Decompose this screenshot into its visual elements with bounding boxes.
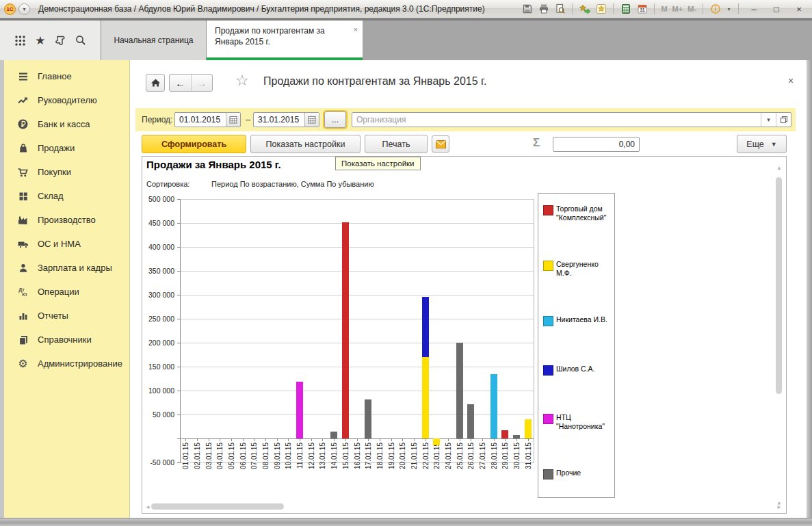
bar-segment xyxy=(501,430,508,438)
legend-swatch xyxy=(543,205,553,215)
memory-subtract-button[interactable]: M- xyxy=(687,5,696,13)
calendar-picker-icon[interactable] xyxy=(304,113,319,127)
chevron-down-icon: ▼ xyxy=(771,141,777,148)
sidebar-item-directories[interactable]: Справочники xyxy=(4,328,129,352)
calendar-icon[interactable]: 31 xyxy=(636,3,648,15)
sidebar-item-purchases[interactable]: Покупки xyxy=(4,160,129,184)
sidebar-item-main[interactable]: Главное xyxy=(4,64,129,88)
x-axis-label: 29.01.15 xyxy=(501,443,509,469)
chevron-down-icon[interactable]: ▾ xyxy=(761,113,776,127)
favorites-icon[interactable] xyxy=(595,3,607,15)
y-axis-label: 50 000 xyxy=(142,410,174,419)
gridline xyxy=(180,223,534,224)
back-button[interactable]: ← xyxy=(170,75,191,91)
sidebar-item-bank[interactable]: Банк и касса xyxy=(4,112,129,136)
sidebar-item-reports[interactable]: Отчеты xyxy=(4,304,129,328)
filter-panel: Период: 01.01.2015 – 31.01.2015 ... Орга… xyxy=(135,108,796,131)
legend-item: Прочие xyxy=(543,469,613,479)
gridline xyxy=(180,391,534,391)
factory-icon xyxy=(16,213,29,226)
sidebar-item-fixed-assets[interactable]: ОС и НМА xyxy=(4,232,129,256)
books-icon xyxy=(16,333,29,346)
favorites-star-icon[interactable]: ★ xyxy=(34,34,47,47)
save-icon[interactable] xyxy=(521,3,533,15)
close-button[interactable]: × xyxy=(790,3,808,15)
home-button[interactable] xyxy=(146,74,165,92)
y-axis-label: 400 000 xyxy=(142,243,174,251)
sidebar-item-payroll[interactable]: Зарплата и кадры xyxy=(4,256,129,280)
sidebar-item-production[interactable]: Производство xyxy=(4,208,129,232)
settings-tooltip: Показать настройки xyxy=(335,157,421,170)
sidebar-item-administration[interactable]: ⚙ Администрирование xyxy=(4,352,129,376)
titlebar-separator xyxy=(613,3,614,14)
horizontal-scroll-thumb[interactable] xyxy=(151,503,284,510)
system-menu-button[interactable]: ▾ xyxy=(18,3,30,15)
sidebar-item-manager[interactable]: Руководителю xyxy=(4,88,129,112)
legend-label: Никитаева И.В. xyxy=(556,315,607,324)
memory-recall-button[interactable]: M xyxy=(661,5,667,13)
x-axis-label: 04.01.15 xyxy=(216,443,224,469)
show-settings-button[interactable]: Показать настройки xyxy=(250,135,361,153)
menu-grid-icon[interactable] xyxy=(13,34,27,47)
bar-segment xyxy=(456,343,463,438)
legend-label: НТЦ "Нанотроника" xyxy=(556,413,613,431)
y-axis-line xyxy=(180,199,181,463)
print-preview-icon[interactable] xyxy=(554,3,566,15)
trend-icon xyxy=(16,94,29,107)
maximize-button[interactable]: □ xyxy=(768,3,785,15)
scroll-up-icon[interactable]: ▲ xyxy=(776,165,782,171)
period-options-button[interactable]: ... xyxy=(324,111,346,128)
tab-home[interactable]: Начальная страница xyxy=(101,21,207,60)
print-icon[interactable] xyxy=(538,3,549,15)
scroll-right-icon[interactable]: ► xyxy=(776,504,782,510)
legend-item: Торговый дом "Комплексный" xyxy=(543,205,613,222)
mail-button[interactable] xyxy=(432,135,449,153)
report-viewport: Продажи за Январь 2015 г. Сортировка: Пе… xyxy=(142,156,787,514)
sum-field[interactable]: 0,00 xyxy=(553,137,640,152)
history-icon[interactable] xyxy=(53,34,67,47)
titlebar-separator xyxy=(703,3,703,14)
favorite-star-icon[interactable]: ☆ xyxy=(235,72,249,90)
tab-close-icon[interactable]: × xyxy=(354,24,358,35)
gridline xyxy=(180,319,534,319)
x-axis-label: 18.01.15 xyxy=(376,443,384,469)
titlebar-separator xyxy=(572,3,573,14)
minimize-button[interactable]: – xyxy=(745,3,763,15)
period-to-field[interactable]: 31.01.2015 xyxy=(253,112,319,127)
truck-icon xyxy=(16,237,29,250)
forward-button[interactable]: → xyxy=(191,75,212,91)
add-favorite-icon[interactable] xyxy=(579,3,590,15)
app-window: 1С ▾ Демонстрационная база / Абдулов Юри… xyxy=(0,0,812,526)
calculator-icon[interactable] xyxy=(620,3,631,15)
legend-item: Свергуненко М.Ф. xyxy=(543,260,613,278)
info-dropdown-icon[interactable]: ▾ xyxy=(726,3,732,15)
sidebar-item-operations[interactable]: ДтКт Операции xyxy=(4,280,129,304)
page-close-icon[interactable]: × xyxy=(788,75,794,86)
bar-segment xyxy=(422,357,429,438)
x-axis-label: 28.01.15 xyxy=(490,443,498,469)
print-button[interactable]: Печать xyxy=(365,135,428,153)
x-axis-label: 03.01.15 xyxy=(205,443,213,469)
gridline xyxy=(180,367,534,367)
generate-button[interactable]: Сформировать xyxy=(142,135,246,153)
sidebar-item-warehouse[interactable]: Склад xyxy=(4,184,129,208)
search-icon[interactable] xyxy=(74,34,88,47)
vertical-scroll-thumb[interactable] xyxy=(776,177,782,394)
info-icon[interactable] xyxy=(709,3,721,15)
organization-field[interactable]: Организация ▾ xyxy=(352,112,791,127)
y-axis-label: 100 000 xyxy=(142,386,174,395)
x-axis-label: 19.01.15 xyxy=(388,443,395,469)
more-button[interactable]: Еще ▼ xyxy=(737,135,787,153)
scroll-left-icon[interactable]: ◄ xyxy=(145,504,150,510)
x-axis-label: 23.01.15 xyxy=(433,443,441,469)
memory-add-button[interactable]: M+ xyxy=(672,5,683,13)
x-axis-label: 09.01.15 xyxy=(274,443,281,469)
tab-sales-report[interactable]: Продажи по контрагентам за Январь 2015 г… xyxy=(207,21,363,60)
open-form-icon[interactable] xyxy=(776,113,791,127)
calendar-picker-icon[interactable] xyxy=(226,113,240,127)
x-axis-label: 11.01.15 xyxy=(296,443,304,469)
cart-icon xyxy=(16,166,29,179)
period-from-field[interactable]: 01.01.2015 xyxy=(174,112,241,127)
sidebar-item-sales[interactable]: Продажи xyxy=(4,136,129,160)
titlebar: 1С ▾ Демонстрационная база / Абдулов Юри… xyxy=(0,0,812,18)
